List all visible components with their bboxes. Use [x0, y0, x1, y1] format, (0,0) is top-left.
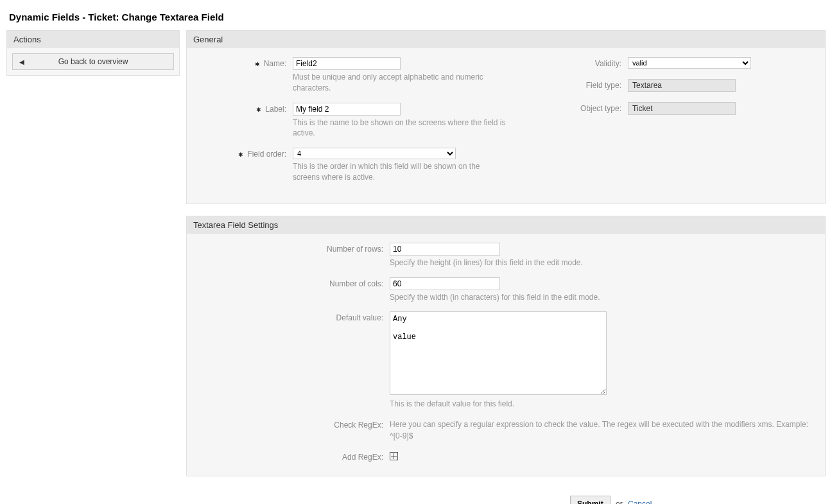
general-header: General [187, 31, 825, 48]
cols-hint: Specify the width (in characters) for th… [390, 292, 819, 303]
validity-select[interactable]: valid [628, 57, 751, 69]
default-label: Default value: [193, 311, 390, 416]
checkregex-label: Check RegEx: [193, 419, 390, 442]
add-regex-icon[interactable] [390, 452, 398, 460]
rows-label: Number of rows: [193, 243, 390, 275]
settings-panel: Textarea Field Settings Number of rows: … [186, 216, 826, 476]
checkregex-hint: Here you can specify a regular expressio… [390, 419, 813, 442]
default-hint: This is the default value for this field… [390, 399, 819, 410]
fieldtype-label: Field type: [506, 79, 628, 92]
label-label: Label: [193, 103, 293, 146]
name-label: Name: [193, 57, 293, 100]
label-input[interactable] [293, 103, 401, 116]
order-hint: This is the order in which this field wi… [293, 161, 506, 183]
default-textarea[interactable]: Any value [390, 311, 607, 395]
go-back-button[interactable]: ◀ Go back to overview [12, 53, 174, 70]
name-input[interactable] [293, 57, 401, 70]
rows-hint: Specify the height (in lines) for this f… [390, 257, 819, 268]
submit-row: Submit or Cancel [186, 496, 826, 504]
submit-button[interactable]: Submit [570, 496, 611, 504]
order-select[interactable]: 4 [293, 148, 456, 159]
back-arrow-icon: ◀ [19, 58, 24, 65]
settings-header: Textarea Field Settings [187, 216, 825, 234]
page-title: Dynamic Fields - Ticket: Change Textarea… [9, 12, 826, 22]
go-back-label: Go back to overview [58, 57, 128, 66]
actions-header: Actions [7, 31, 179, 48]
objecttype-label: Object type: [506, 102, 628, 115]
addregex-label: Add RegEx: [193, 451, 390, 462]
cols-label: Number of cols: [193, 277, 390, 309]
or-text: or [616, 500, 623, 504]
general-panel: General Name: Must be unique and only ac… [186, 30, 826, 204]
actions-panel: Actions ◀ Go back to overview [6, 30, 180, 76]
validity-label: Validity: [506, 57, 628, 69]
order-label: Field order: [193, 148, 293, 189]
fieldtype-value: Textarea [628, 79, 736, 92]
objecttype-value: Ticket [628, 102, 736, 115]
name-hint: Must be unique and only accept alphabeti… [293, 72, 506, 94]
cols-input[interactable] [390, 277, 500, 290]
label-hint: This is the name to be shown on the scre… [293, 117, 506, 139]
rows-input[interactable] [390, 243, 500, 256]
cancel-link[interactable]: Cancel [628, 500, 652, 504]
